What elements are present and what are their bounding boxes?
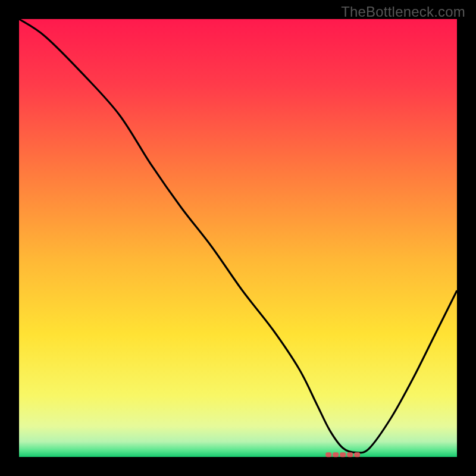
plot-area [19,19,457,457]
accent-marker [325,452,360,457]
chart-container: { "watermark": "TheBottleneck.com", "col… [0,0,476,476]
gradient-background [19,19,457,457]
accent-marker-segment [333,452,339,457]
accent-marker-segment [347,452,353,457]
watermark-text: TheBottleneck.com [341,4,465,20]
accent-marker-segment [354,452,360,457]
accent-marker-segment [340,452,346,457]
accent-marker-segment [325,452,331,457]
bottleneck-chart [0,0,476,476]
